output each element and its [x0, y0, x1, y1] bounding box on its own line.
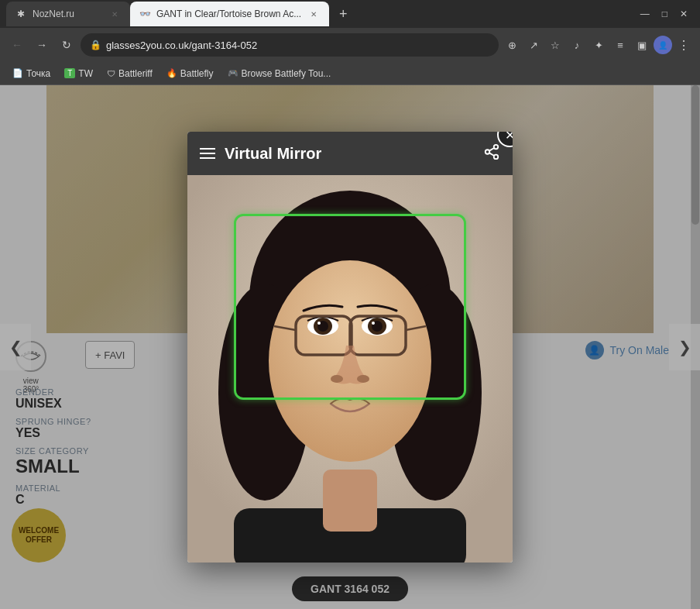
- svg-point-6: [486, 150, 490, 154]
- modal-overlay: ✕ Virtual Mirror: [0, 85, 700, 609]
- hamburger-line-1: [200, 148, 215, 150]
- bookmark-battlefly[interactable]: 🔥 Battlefly: [160, 67, 220, 81]
- forward-button[interactable]: →: [31, 34, 53, 56]
- gant-tab-icon: 👓: [139, 9, 150, 19]
- list-icon[interactable]: ≡: [610, 35, 630, 55]
- svg-line-8: [489, 153, 494, 156]
- tab-gant[interactable]: 👓 GANT in Clear/Tortoise Brown Ac... ✕: [130, 2, 329, 26]
- virtual-mirror-modal: ✕ Virtual Mirror: [187, 132, 513, 563]
- svg-point-7: [494, 154, 499, 159]
- bookmarks-bar: 📄 Точка T TW 🛡 Battleriff 🔥 Battlefly 🎮 …: [0, 62, 700, 85]
- sidebar-icon[interactable]: ▣: [632, 35, 652, 55]
- minimize-icon[interactable]: —: [640, 9, 650, 19]
- noznet-tab-icon: ✱: [15, 9, 26, 19]
- svg-line-9: [489, 147, 494, 150]
- noznet-tab-close[interactable]: ✕: [108, 8, 121, 20]
- page-content: ❮ ❯ view360° + FAVI: [0, 85, 700, 609]
- share-button[interactable]: [483, 143, 500, 164]
- title-bar: ✱ NozNet.ru ✕ 👓 GANT in Clear/Tortoise B…: [0, 0, 700, 28]
- music-icon[interactable]: ♪: [567, 35, 587, 55]
- lock-icon: 🔒: [90, 40, 101, 50]
- modal-title: Virtual Mirror: [225, 145, 474, 163]
- noznet-tab-label: NozNet.ru: [33, 9, 74, 19]
- tochka-icon: 📄: [12, 68, 23, 78]
- hamburger-line-3: [200, 157, 215, 159]
- bookmark-battlefly-label: Battlefly: [180, 68, 214, 79]
- bookmark-battleriff-label: Battleriff: [118, 68, 153, 79]
- extension-icon[interactable]: ✦: [588, 35, 609, 55]
- translate-icon[interactable]: ⊕: [502, 35, 522, 55]
- battleriff-icon: 🛡: [107, 69, 115, 78]
- new-tab-button[interactable]: +: [332, 3, 354, 25]
- close-icon: ✕: [505, 132, 513, 143]
- bookmark-tw-label: TW: [78, 68, 93, 79]
- address-bar: ← → ↻ 🔒 glasses2you.co.uk/gant-3164-052 …: [0, 28, 700, 62]
- gant-tab-label: GANT in Clear/Tortoise Brown Ac...: [156, 9, 301, 19]
- bookmark-tw[interactable]: T TW: [58, 67, 99, 81]
- more-options-button[interactable]: ⋮: [674, 35, 694, 55]
- modal-header: Virtual Mirror: [187, 132, 513, 175]
- hamburger-menu-button[interactable]: [200, 148, 215, 159]
- bookmark-icon[interactable]: ☆: [545, 35, 565, 55]
- close-window-icon[interactable]: ✕: [680, 9, 688, 19]
- window-controls: — □ ✕: [640, 9, 694, 19]
- bookmark-browse-battlefy-label: Browse Battlefy Tou...: [242, 68, 331, 79]
- browser-window: ✱ NozNet.ru ✕ 👓 GANT in Clear/Tortoise B…: [0, 0, 700, 609]
- svg-point-5: [494, 144, 499, 149]
- url-text: glasses2you.co.uk/gant-3164-052: [106, 40, 489, 51]
- tw-icon: T: [64, 68, 75, 78]
- bookmark-battleriff[interactable]: 🛡 Battleriff: [101, 67, 159, 81]
- address-actions: ⊕ ↗ ☆ ♪ ✦ ≡ ▣ 👤 ⋮: [502, 35, 694, 55]
- avatar[interactable]: 👤: [654, 36, 672, 54]
- svg-rect-13: [323, 470, 377, 532]
- face-detection-box: [234, 214, 466, 400]
- bookmark-tochka[interactable]: 📄 Точка: [6, 67, 57, 81]
- battlefly-icon: 🔥: [166, 68, 177, 78]
- bookmark-tochka-label: Точка: [26, 68, 50, 79]
- back-button[interactable]: ←: [6, 34, 28, 56]
- url-bar[interactable]: 🔒 glasses2you.co.uk/gant-3164-052: [81, 33, 499, 57]
- share-icon[interactable]: ↗: [523, 35, 544, 55]
- tab-noznet[interactable]: ✱ NozNet.ru ✕: [6, 2, 130, 26]
- bookmark-browse-battlefy[interactable]: 🎮 Browse Battlefy Tou...: [221, 67, 338, 81]
- maximize-icon[interactable]: □: [662, 9, 667, 19]
- gant-tab-close[interactable]: ✕: [307, 8, 320, 20]
- hamburger-line-2: [200, 153, 215, 154]
- battlefy-browse-icon: 🎮: [228, 68, 238, 78]
- refresh-button[interactable]: ↻: [56, 34, 77, 56]
- modal-body: [187, 175, 513, 563]
